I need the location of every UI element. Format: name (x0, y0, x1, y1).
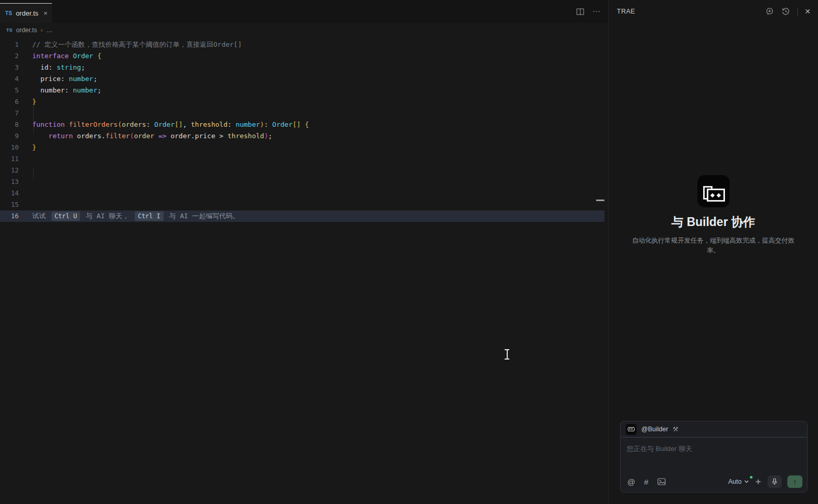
tab-bar: TS order.ts × ⋯ (0, 0, 608, 23)
agent-row: @Builder ⚒ (621, 421, 807, 437)
code-lines: 1// 定义一个函数，查找价格高于某个阈值的订单，直接返回Order[]2int… (0, 39, 608, 222)
editor-group: TS order.ts × ⋯ TS order.ts › … 1// 定义一个… (0, 0, 608, 504)
editor-actions: ⋯ (576, 0, 608, 23)
tab-close-icon[interactable]: × (44, 9, 48, 17)
builder-logo-icon (697, 175, 730, 207)
attach-image-icon[interactable] (657, 478, 666, 485)
tab-order-ts[interactable]: TS order.ts × (0, 3, 52, 23)
code-line[interactable]: 1// 定义一个函数，查找价格高于某个阈值的订单，直接返回Order[] (0, 39, 608, 50)
chat-text-input[interactable]: 您正在与 Builder 聊天 (621, 437, 807, 460)
code-editor[interactable]: 1// 定义一个函数，查找价格高于某个阈值的订单，直接返回Order[]2int… (0, 37, 608, 504)
code-line[interactable]: 4 price: number; (0, 73, 608, 85)
breadcrumb: TS order.ts › … (0, 23, 608, 37)
line-number: 7 (0, 108, 19, 119)
code-line[interactable]: 8function filterOrders(orders: Order[], … (0, 119, 608, 130)
line-number: 12 (0, 165, 19, 176)
panel-header-icons: ✕ (765, 7, 811, 16)
overview-ruler-cursor-marker (596, 200, 604, 201)
enhance-prompt-icon[interactable] (755, 478, 762, 485)
builder-welcome: 与 Builder 协作 自动化执行常规开发任务，端到端高效完成，提高交付效率。 (609, 175, 818, 256)
mode-selector[interactable]: Auto (728, 478, 749, 485)
line-number: 10 (0, 142, 19, 153)
divider (797, 8, 798, 16)
new-chat-icon[interactable] (765, 7, 774, 16)
split-editor-icon[interactable] (576, 8, 584, 15)
send-button[interactable]: ↑ (787, 475, 802, 488)
chevron-down-icon (744, 480, 749, 483)
trae-ide-window: TS order.ts × ⋯ TS order.ts › … 1// 定义一个… (0, 0, 818, 504)
code-line[interactable]: 2interface Order { (0, 50, 608, 62)
tab-label: order.ts (16, 9, 38, 17)
indent-guide (33, 99, 34, 134)
input-toolbar: @ # Auto (627, 475, 802, 488)
code-line[interactable]: 6} (0, 96, 608, 108)
welcome-title: 与 Builder 协作 (609, 214, 818, 230)
panel-title: TRAE (617, 8, 635, 15)
close-panel-icon[interactable]: ✕ (804, 7, 811, 16)
welcome-subtitle: 自动化执行常规开发任务，端到端高效完成，提高交付效率。 (630, 236, 797, 256)
agent-mention-chip[interactable]: @Builder (641, 426, 668, 433)
ts-file-icon: TS (6, 28, 12, 33)
code-line[interactable]: 13 (0, 176, 608, 188)
code-line[interactable]: 9 return orders.filter(order => order.pr… (0, 130, 608, 142)
breadcrumb-file[interactable]: order.ts (16, 26, 37, 34)
panel-header: TRAE ✕ (609, 0, 818, 23)
line-number: 16 (0, 210, 19, 222)
context-hash-icon[interactable]: # (644, 478, 648, 486)
line-number: 4 (0, 73, 19, 85)
status-dot (750, 476, 753, 479)
more-actions-icon[interactable]: ⋯ (592, 7, 601, 16)
line-number: 15 (0, 199, 19, 210)
line-number: 14 (0, 188, 19, 199)
line-number: 13 (0, 176, 19, 188)
ts-file-icon: TS (5, 10, 12, 16)
breadcrumb-more[interactable]: … (46, 26, 52, 34)
code-line[interactable]: 11 (0, 153, 608, 165)
code-line[interactable]: 5 number: number; (0, 85, 608, 96)
line-number: 11 (0, 153, 19, 165)
input-placeholder: 您正在与 Builder 聊天 (627, 445, 692, 453)
code-line[interactable]: 15 (0, 199, 608, 210)
chevron-right-icon: › (41, 26, 43, 34)
mode-label: Auto (728, 478, 742, 485)
arrow-up-icon: ↑ (793, 478, 797, 485)
line-number: 8 (0, 119, 19, 130)
code-line[interactable]: 10} (0, 142, 608, 153)
line-number: 3 (0, 62, 19, 73)
code-line[interactable]: 16试试 Ctrl U 与 AI 聊天， Ctrl I 与 AI 一起编写代码。 (0, 210, 604, 222)
indent-guide (33, 168, 34, 179)
line-number: 5 (0, 85, 19, 96)
line-number: 2 (0, 50, 19, 62)
line-number: 9 (0, 130, 19, 142)
mouse-ibeam-cursor (505, 349, 509, 360)
history-icon[interactable] (781, 7, 790, 16)
tools-icon[interactable]: ⚒ (673, 426, 679, 433)
code-line[interactable]: 3 id: string; (0, 62, 608, 73)
code-line[interactable]: 7 (0, 108, 608, 119)
microphone-button[interactable] (768, 475, 782, 488)
builder-avatar-icon (626, 424, 637, 435)
code-line[interactable]: 14 (0, 188, 608, 199)
chat-input-box[interactable]: @Builder ⚒ 您正在与 Builder 聊天 @ # (620, 421, 808, 493)
code-line[interactable]: 12 (0, 165, 608, 176)
line-number: 6 (0, 96, 19, 108)
mention-icon[interactable]: @ (627, 478, 635, 486)
line-number: 1 (0, 39, 19, 50)
trae-ai-panel: TRAE ✕ (608, 0, 818, 504)
